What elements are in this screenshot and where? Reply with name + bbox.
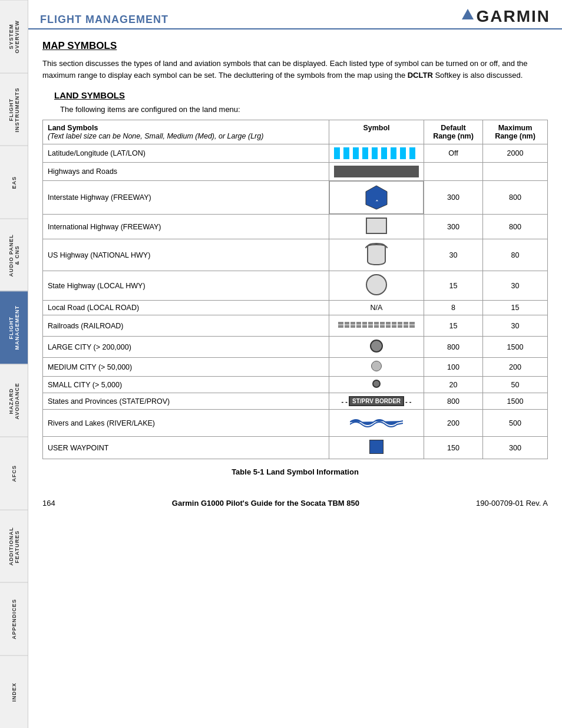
row-state-prov-default: 800: [424, 393, 483, 410]
row-intl-highway-name: International Highway (FREEWAY): [43, 215, 329, 239]
page-number: 164: [42, 499, 55, 508]
garmin-wordmark: GARMIN: [476, 7, 550, 26]
table-header-max: MaximumRange (nm): [483, 120, 548, 144]
table-header-land-symbols: Land Symbols (Text label size can be Non…: [43, 120, 329, 144]
row-state-prov-name: States and Provinces (STATE/PROV): [43, 393, 329, 410]
footer-title: Garmin G1000 Pilot's Guide for the Socat…: [172, 499, 359, 508]
subsection-title: LAND SYMBOLS: [54, 90, 548, 100]
row-state-highway-max: 30: [483, 271, 548, 301]
table-row: Highways and Roads: [43, 163, 548, 181]
table-row: MEDIUM CITY (> 50,000) 100 200: [43, 358, 548, 377]
row-small-city-max: 50: [483, 377, 548, 393]
row-us-highway-max: 80: [483, 239, 548, 271]
sidebar: SYSTEMOVERVIEW FLIGHTINSTRUMENTS EAS AUD…: [0, 0, 28, 728]
sidebar-item-eas[interactable]: EAS: [0, 146, 28, 219]
row-user-waypoint-default: 150: [424, 437, 483, 459]
dashed-line-symbol: [334, 147, 419, 159]
row-user-waypoint-symbol: [329, 437, 424, 459]
main-content: FLIGHT MANAGEMENT GARMIN MAP SYMBOLS Thi…: [28, 0, 562, 512]
row-state-highway-name: State Highway (LOCAL HWY): [43, 271, 329, 301]
row-railroad-max: 30: [483, 315, 548, 337]
table-row: USER WAYPOINT 150 300: [43, 437, 548, 459]
row-highways-name: Highways and Roads: [43, 163, 329, 181]
page-header: FLIGHT MANAGEMENT GARMIN: [28, 0, 562, 29]
table-row: State Highway (LOCAL HWY) 15 30: [43, 271, 548, 301]
large-city-icon: [370, 340, 383, 353]
sidebar-item-afcs[interactable]: AFCS: [0, 437, 28, 510]
river-lake-icon: [350, 413, 403, 431]
col-land-header: Land Symbols: [48, 124, 98, 132]
medium-city-icon: [371, 361, 382, 371]
garmin-logo: GARMIN: [462, 7, 550, 26]
row-interstate-max: 800: [483, 181, 548, 215]
intl-highway-symbol-icon: [366, 218, 387, 234]
table-header-symbol: Symbol: [329, 120, 424, 144]
row-interstate-default: 300: [424, 181, 483, 215]
intro-text-end: Softkey is also discussed.: [433, 71, 523, 80]
table-row: Latitude/Longitude (LAT/LON) Off 2000: [43, 144, 548, 163]
sidebar-item-flight-management[interactable]: FLIGHTMANAGEMENT: [0, 291, 28, 364]
page-content: MAP SYMBOLS This section discusses the t…: [28, 29, 562, 488]
row-user-waypoint-name: USER WAYPOINT: [43, 437, 329, 459]
state-highway-icon: [366, 274, 387, 295]
col-land-subheader: (Text label size can be None, Small, Med…: [48, 132, 263, 140]
row-small-city-symbol: [329, 377, 424, 393]
table-row: States and Provinces (STATE/PROV) - - ST…: [43, 393, 548, 410]
sidebar-item-system-overview[interactable]: SYSTEMOVERVIEW: [0, 0, 28, 73]
row-local-road-symbol: N/A: [329, 301, 424, 315]
row-lat-lon-symbol: [329, 144, 424, 163]
row-highways-default: [424, 163, 483, 181]
user-waypoint-icon: [369, 440, 384, 454]
row-small-city-name: SMALL CITY (> 5,000): [43, 377, 329, 393]
intro-paragraph: This section discusses the types of land…: [42, 58, 548, 81]
row-large-city-default: 800: [424, 337, 483, 358]
page-title: FLIGHT MANAGEMENT: [40, 14, 168, 26]
row-river-lake-max: 500: [483, 410, 548, 437]
sidebar-item-audio-panel[interactable]: AUDIO PANEL& CNS: [0, 219, 28, 292]
land-symbols-table: Land Symbols (Text label size can be Non…: [42, 120, 548, 459]
row-interstate-name: Interstate Highway (FREEWAY): [43, 181, 329, 215]
row-highways-max: [483, 163, 548, 181]
row-medium-city-name: MEDIUM CITY (> 50,000): [43, 358, 329, 377]
solid-bar-symbol: [334, 166, 419, 177]
row-state-highway-default: 15: [424, 271, 483, 301]
page-footer: 164 Garmin G1000 Pilot's Guide for the S…: [28, 494, 562, 512]
table-row: International Highway (FREEWAY) 300 800: [43, 215, 548, 239]
table-row: Rivers and Lakes (RIVER/LAKE) 200 500: [43, 410, 548, 437]
row-lat-lon-max: 2000: [483, 144, 548, 163]
dcltr-keyword: DCLTR: [408, 71, 433, 80]
table-header-default: DefaultRange (nm): [424, 120, 483, 144]
table-row: Interstate Highway (FREEWAY) ‸ 300 800: [43, 181, 548, 215]
row-state-prov-max: 1500: [483, 393, 548, 410]
row-lat-lon-default: Off: [424, 144, 483, 163]
table-row: LARGE CITY (> 200,000) 800 1500: [43, 337, 548, 358]
row-state-prov-symbol: - - ST/PRV BORDER - -: [329, 393, 424, 410]
row-large-city-max: 1500: [483, 337, 548, 358]
row-large-city-name: LARGE CITY (> 200,000): [43, 337, 329, 358]
table-row: Local Road (LOCAL ROAD) N/A 8 15: [43, 301, 548, 315]
sidebar-item-flight-instruments[interactable]: FLIGHTINSTRUMENTS: [0, 73, 28, 146]
row-railroad-default: 15: [424, 315, 483, 337]
row-lat-lon-name: Latitude/Longitude (LAT/LON): [43, 144, 329, 163]
sidebar-item-additional-features[interactable]: ADDITIONALFEATURES: [0, 510, 28, 583]
railroad-symbol-icon: [338, 318, 415, 331]
row-medium-city-symbol: [329, 358, 424, 377]
sidebar-item-appendices[interactable]: APPENDICES: [0, 582, 28, 655]
row-medium-city-default: 100: [424, 358, 483, 377]
row-river-lake-symbol: [329, 410, 424, 437]
row-state-highway-symbol: [329, 271, 424, 301]
sidebar-item-index[interactable]: INDEX: [0, 655, 28, 729]
interstate-shield-icon: ‸: [365, 185, 388, 210]
sidebar-item-hazard-avoidance[interactable]: HAZARDAVOIDANCE: [0, 364, 28, 437]
row-large-city-symbol: [329, 337, 424, 358]
us-highway-icon: [365, 242, 388, 266]
subsection-intro: The following items are configured on th…: [60, 105, 548, 114]
row-intl-highway-max: 800: [483, 215, 548, 239]
row-us-highway-symbol: [329, 239, 424, 271]
row-river-lake-name: Rivers and Lakes (RIVER/LAKE): [43, 410, 329, 437]
row-small-city-default: 20: [424, 377, 483, 393]
small-city-icon: [372, 380, 381, 388]
garmin-triangle-icon: [462, 9, 474, 19]
table-caption: Table 5-1 Land Symbol Information: [42, 467, 548, 476]
row-local-road-name: Local Road (LOCAL ROAD): [43, 301, 329, 315]
